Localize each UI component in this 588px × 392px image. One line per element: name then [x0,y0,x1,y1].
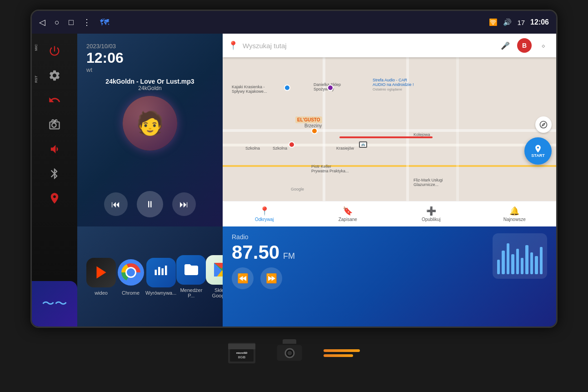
vis-bar-4 [511,254,514,274]
album-artwork: 🧑 [136,110,164,136]
radio-rewind-button[interactable]: ⏪ [232,267,254,289]
device-wrapper: ◁ ○ □ ⋮ 🗺 🛜 🔊 17 12:06 MIC RST [21,10,567,382]
vis-bar-7 [525,245,528,274]
svg-rect-8 [165,266,167,275]
app-chrome[interactable]: Chrome [116,258,145,296]
status-bar: ◁ ○ □ ⋮ 🗺 🛜 🔊 17 12:06 [32,11,556,34]
song-artist: 24kGoldn [86,85,214,91]
location-icon[interactable] [46,190,63,206]
music-day: wt [86,66,214,73]
map-label-piotr: Piotr KellerPrywatna Praktyka... [311,164,349,173]
app-video-label: wideo [95,290,108,296]
music-controls: ⏮ ⏸ ⏭ [86,191,214,217]
audio-widget[interactable]: 〜〜 [32,281,77,327]
app-video[interactable]: wideo [86,258,116,296]
maps-nav-updates[interactable]: 🔔 Najnowsze [473,201,557,226]
more-button[interactable]: ⋮ [83,17,91,27]
accessories-area: microSD 8GB [228,337,360,369]
map-layers-button[interactable]: ⬦ [536,38,551,53]
contribute-label: Opublikuj [422,217,441,222]
settings-icon[interactable] [46,67,63,84]
map-pin-transit: 🚌 [359,141,367,148]
mic-label: MIC [34,44,38,51]
home-button[interactable]: ○ [55,18,60,27]
bluetooth-icon[interactable] [46,166,63,182]
app-files-label: Menedżer P... [176,287,206,298]
svg-point-4 [127,268,135,276]
app-chrome-label: Chrome [122,290,140,296]
map-label-strefa: Strefa Audio - CARAUDIO na Androidzie !O… [373,78,414,91]
camera-accessory [274,342,305,364]
radio-band: FM [283,251,295,261]
svg-rect-7 [162,268,164,275]
maps-nav-button[interactable]: 🗺 [100,17,109,28]
explore-icon: 📍 [259,206,269,216]
map-pin-blue [284,85,290,91]
map-label-flizmark: Fliz-Mark UsługiGlazurnicze... [414,178,443,187]
music-date: 2023/10/03 [86,43,214,50]
next-button[interactable]: ⏭ [172,192,196,216]
contribute-icon: ➕ [426,206,436,216]
map-mic-button[interactable]: 🎤 [498,38,513,53]
main-content: 2023/10/03 12:06 wt 24kGoldn - Love Or L… [77,34,556,327]
pause-button[interactable]: ⏸ [137,191,163,217]
music-time: 12:06 [86,50,214,66]
maps-bottom-nav: 📍 Odkrywaj 🔖 Zapisane ➕ Opublikuj 🔔 Najn… [223,201,556,226]
radio-sidebar-icon[interactable] [46,116,63,133]
app-eq[interactable]: Wyrównywa... [145,258,176,296]
map-search-field[interactable]: Wyszukaj tutaj [243,42,493,50]
chrome-icon [116,258,145,287]
radio-visualizer [493,233,547,279]
map-label-google: Google [291,187,304,191]
map-avatar[interactable]: B [517,38,532,53]
vis-bar-3 [507,243,509,274]
vis-bar-8 [530,252,533,274]
signal-level: 17 [517,19,525,26]
power-icon[interactable] [46,43,63,59]
wifi-icon: 🛜 [489,18,498,26]
car-unit: ◁ ○ □ ⋮ 🗺 🛜 🔊 17 12:06 MIC RST [30,10,558,328]
maps-nav-saved[interactable]: 🔖 Zapisane [306,201,390,226]
music-panel: 2023/10/03 12:06 wt 24kGoldn - Love Or L… [77,34,223,226]
maps-nav-explore[interactable]: 📍 Odkrywaj [223,201,306,226]
radio-frequency: 87.50 [232,243,279,262]
sd-card-accessory: microSD 8GB [228,343,255,363]
maps-search-bar: 📍 Wyszukaj tutaj 🎤 B ⬦ [223,34,556,57]
app-eq-label: Wyrównywa... [145,290,176,296]
pry-tools [324,349,360,357]
vis-bar-10 [540,247,543,274]
prev-button[interactable]: ⏮ [104,192,128,216]
map-pin-red [289,141,295,148]
map-label-szkolna1: Szkolna [245,146,260,151]
map-pin-purple [327,85,334,91]
eq-icon [146,258,176,287]
map-area: Kajaki Krasienka -Spływy Kajakowe... Dan… [223,57,556,201]
volume-down-icon[interactable] [46,141,63,157]
updates-icon: 🔔 [509,206,519,216]
maps-panel: 📍 Wyszukaj tutaj 🎤 B ⬦ [223,34,556,226]
files-icon [176,255,206,285]
map-compass-button[interactable] [535,116,552,133]
radio-panel: Radio 87.50 FM ⏪ ⏩ [223,226,556,327]
back-button[interactable]: ◁ [39,17,45,27]
song-title: 24kGoldn - Love Or Lust.mp3 [86,78,214,85]
rst-label: RST [34,75,38,83]
vis-bar-9 [535,256,538,274]
saved-icon: 🔖 [343,206,353,216]
apps-panel: wideo [77,226,223,327]
vis-bar-6 [521,258,523,274]
map-start-button[interactable]: START [524,137,552,165]
recents-button[interactable]: □ [69,18,74,27]
undo-icon[interactable] [46,92,63,108]
vis-bar-2 [502,251,504,274]
updates-label: Najnowsze [503,217,526,222]
explore-label: Odkrywaj [255,217,274,222]
pry-bar-1 [324,349,360,352]
pry-bar-2 [324,354,353,357]
maps-nav-contribute[interactable]: ➕ Opublikuj [389,201,473,226]
app-files[interactable]: Menedżer P... [176,255,206,298]
radio-forward-button[interactable]: ⏩ [260,267,282,289]
map-label-krasiejow: Krasiejów [336,146,354,151]
video-icon [86,258,116,287]
nav-icons: ◁ ○ □ ⋮ 🗺 [39,17,109,28]
